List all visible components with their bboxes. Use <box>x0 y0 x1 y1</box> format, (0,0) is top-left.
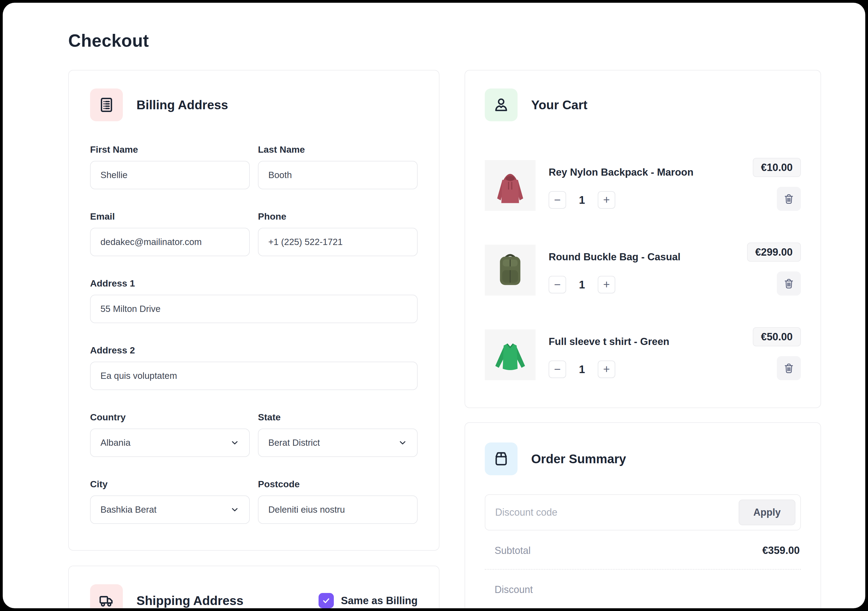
delete-item-button[interactable] <box>777 187 801 211</box>
billing-address-header: Billing Address <box>90 89 418 121</box>
last-name-input[interactable]: Booth <box>258 161 418 189</box>
same-as-billing-checkbox[interactable]: Same as Billing <box>319 593 418 608</box>
country-value: Albania <box>101 438 130 448</box>
item-info: Rey Nylon Backpack - Maroon − 1 + <box>549 160 740 211</box>
shipping-address-title: Shipping Address <box>136 593 243 608</box>
address1-input[interactable]: 55 Milton Drive <box>90 295 418 323</box>
apply-discount-button[interactable]: Apply <box>739 499 795 525</box>
increase-quantity-button[interactable]: + <box>598 361 615 378</box>
phone-input[interactable]: +1 (225) 522-1721 <box>258 228 418 256</box>
state-select[interactable]: Berat District <box>258 429 418 457</box>
package-icon <box>485 443 518 475</box>
item-name: Full sleeve t shirt - Green <box>549 336 740 347</box>
trash-icon <box>783 193 795 205</box>
country-label: Country <box>90 412 250 423</box>
quantity-stepper: − 1 + <box>549 276 734 293</box>
item-price: €50.00 <box>753 327 801 346</box>
decrease-quantity-button[interactable]: − <box>549 191 566 209</box>
item-price: €10.00 <box>753 158 801 177</box>
phone-label: Phone <box>258 211 418 222</box>
product-image-backpack <box>485 245 536 295</box>
chevron-down-icon <box>398 438 407 448</box>
decrease-quantity-button[interactable]: − <box>549 276 566 293</box>
address2-input[interactable]: Ea quis voluptatem <box>90 362 418 390</box>
billing-list-icon <box>90 89 123 121</box>
discount-row: Discount <box>485 570 801 608</box>
field-first-name: First Name Shellie <box>90 144 250 189</box>
country-select[interactable]: Albania <box>90 429 250 457</box>
quantity-value: 1 <box>574 363 590 376</box>
increase-quantity-button[interactable]: + <box>598 191 615 209</box>
chevron-down-icon <box>230 505 239 514</box>
order-summary-header: Order Summary <box>485 443 801 475</box>
quantity-stepper: − 1 + <box>549 361 740 378</box>
cart-item: Round Buckle Bag - Casual − 1 + €299.00 <box>485 245 801 295</box>
right-column: Your Cart R <box>465 70 821 608</box>
field-last-name: Last Name Booth <box>258 144 418 189</box>
shipping-address-header: Shipping Address Same as Billing <box>90 584 418 608</box>
first-name-input[interactable]: Shellie <box>90 161 250 189</box>
checkbox-checked-icon <box>319 593 334 608</box>
item-name: Rey Nylon Backpack - Maroon <box>549 166 740 178</box>
address2-value: Ea quis voluptatem <box>101 371 177 381</box>
item-price: €299.00 <box>747 243 801 262</box>
subtotal-value: €359.00 <box>763 545 800 557</box>
field-email: Email dedakec@mailinator.com <box>90 211 250 256</box>
same-as-billing-label: Same as Billing <box>341 595 418 606</box>
person-icon <box>485 89 518 121</box>
field-phone: Phone +1 (225) 522-1721 <box>258 211 418 256</box>
checkout-content: Billing Address First Name Shellie Last … <box>68 70 865 608</box>
field-city: City Bashkia Berat <box>90 479 250 524</box>
email-input[interactable]: dedakec@mailinator.com <box>90 228 250 256</box>
discount-code-input[interactable]: Discount code <box>495 507 739 518</box>
phone-value: +1 (225) 522-1721 <box>268 237 343 247</box>
quantity-value: 1 <box>574 194 590 206</box>
discount-label: Discount <box>494 584 533 595</box>
cart-item: Full sleeve t shirt - Green − 1 + €50.00 <box>485 330 801 380</box>
field-postcode: Postcode Deleniti eius nostru <box>258 479 418 524</box>
left-column: Billing Address First Name Shellie Last … <box>68 70 439 608</box>
item-side: €10.00 <box>753 160 801 211</box>
cart-header: Your Cart <box>485 89 801 121</box>
subtotal-row: Subtotal €359.00 <box>485 530 801 569</box>
trash-icon <box>783 362 795 375</box>
billing-address-card: Billing Address First Name Shellie Last … <box>68 70 439 550</box>
item-name: Round Buckle Bag - Casual <box>549 251 734 263</box>
order-summary-card: Order Summary Discount code Apply Subtot… <box>465 422 821 608</box>
shipping-truck-icon <box>90 584 123 608</box>
last-name-label: Last Name <box>258 144 418 155</box>
order-summary-title: Order Summary <box>531 451 626 466</box>
email-label: Email <box>90 211 250 222</box>
city-label: City <box>90 479 250 490</box>
billing-address-title: Billing Address <box>136 98 228 112</box>
city-select[interactable]: Bashkia Berat <box>90 496 250 524</box>
state-value: Berat District <box>268 438 320 448</box>
postcode-input[interactable]: Deleniti eius nostru <box>258 496 418 524</box>
decrease-quantity-button[interactable]: − <box>549 361 566 378</box>
cart-item: Rey Nylon Backpack - Maroon − 1 + €10.00 <box>485 160 801 211</box>
city-value: Bashkia Berat <box>101 504 157 515</box>
item-side: €50.00 <box>753 330 801 380</box>
shipping-address-card: Shipping Address Same as Billing <box>68 566 439 608</box>
quantity-value: 1 <box>574 278 590 291</box>
product-image-hoodie <box>485 160 536 211</box>
chevron-down-icon <box>230 438 239 448</box>
trash-icon <box>783 277 795 290</box>
field-address2: Address 2 Ea quis voluptatem <box>90 345 418 390</box>
field-state: State Berat District <box>258 412 418 457</box>
item-info: Full sleeve t shirt - Green − 1 + <box>549 330 740 380</box>
increase-quantity-button[interactable]: + <box>598 276 615 293</box>
field-country: Country Albania <box>90 412 250 457</box>
delete-item-button[interactable] <box>777 272 801 295</box>
delete-item-button[interactable] <box>777 356 801 380</box>
discount-code-field: Discount code Apply <box>485 494 801 530</box>
page-title: Checkout <box>68 31 865 51</box>
last-name-value: Booth <box>268 170 292 180</box>
subtotal-label: Subtotal <box>494 545 531 557</box>
address1-label: Address 1 <box>90 278 418 289</box>
quantity-stepper: − 1 + <box>549 191 740 209</box>
item-side: €299.00 <box>747 245 801 295</box>
state-label: State <box>258 412 418 423</box>
item-info: Round Buckle Bag - Casual − 1 + <box>549 245 734 295</box>
cart-card: Your Cart R <box>465 70 821 408</box>
